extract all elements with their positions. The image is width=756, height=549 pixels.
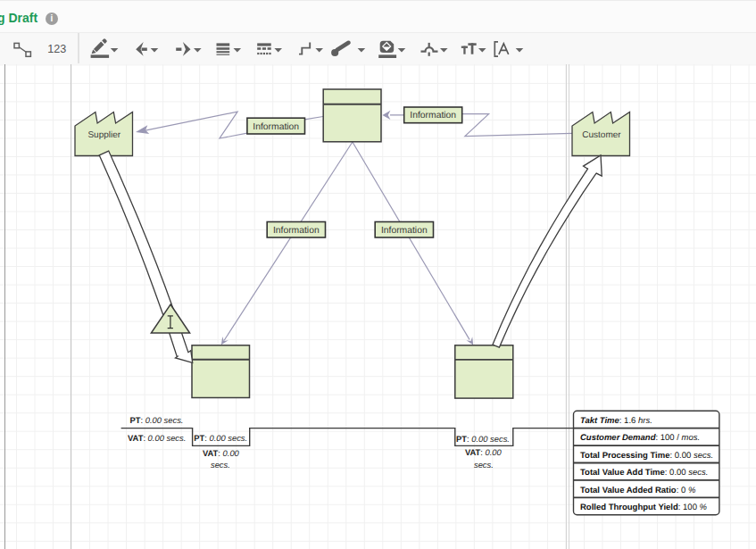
svg-text:Information: Information bbox=[410, 111, 456, 121]
svg-text:Total Value Added Ratio: 0 %: Total Value Added Ratio: 0 % bbox=[580, 486, 696, 495]
svg-text:VAT: 0.00: VAT: 0.00 bbox=[465, 447, 503, 457]
svg-text:Takt Time: 1.6 hrs.: Takt Time: 1.6 hrs. bbox=[580, 416, 652, 426]
svg-text:VAT: 0.00: VAT: 0.00 bbox=[203, 448, 240, 458]
svg-text:PT: 0.00 secs.: PT: 0.00 secs. bbox=[194, 433, 247, 443]
svg-text:Customer Demand: 100 / mos.: Customer Demand: 100 / mos. bbox=[580, 433, 700, 443]
svg-text:Information: Information bbox=[381, 226, 428, 236]
svg-text:VAT: 0.00 secs.: VAT: 0.00 secs. bbox=[128, 433, 186, 443]
svg-text:secs.: secs. bbox=[474, 460, 494, 470]
svg-text:Total Value Add Time: 0.00 sec: Total Value Add Time: 0.00 secs. bbox=[580, 468, 708, 478]
svg-text:secs.: secs. bbox=[211, 460, 230, 470]
svg-text:Rolled Throughput Yield: 100 %: Rolled Throughput Yield: 100 % bbox=[580, 503, 708, 512]
svg-text:PT: 0.00 secs.: PT: 0.00 secs. bbox=[456, 434, 510, 444]
svg-text:Information: Information bbox=[253, 122, 299, 132]
svg-text:Information: Information bbox=[273, 226, 320, 236]
svg-text:Customer: Customer bbox=[582, 130, 621, 140]
svg-text:PT: 0.00 secs.: PT: 0.00 secs. bbox=[130, 415, 184, 425]
svg-text:Supplier: Supplier bbox=[87, 130, 120, 140]
svg-text:Total Processing Time: 0.00 se: Total Processing Time: 0.00 secs. bbox=[580, 451, 713, 461]
